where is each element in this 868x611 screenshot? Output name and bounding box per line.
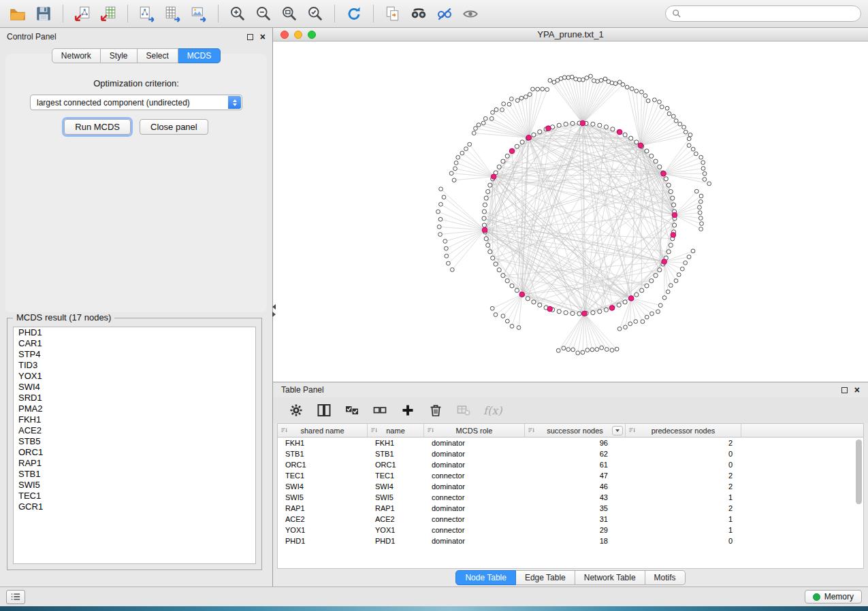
close-mcds-panel-button[interactable]: Close panel (140, 119, 208, 135)
column-header-name[interactable]: name (368, 424, 424, 437)
close-window-button[interactable] (280, 31, 289, 39)
refresh-button[interactable] (343, 3, 365, 24)
mcds-result-node[interactable]: GCR1 (14, 501, 255, 512)
table-panel-float-icon[interactable] (841, 387, 848, 393)
mcds-result-node[interactable]: STP4 (14, 349, 255, 360)
search-box[interactable] (665, 5, 861, 22)
table-row[interactable]: TEC1TEC1connector472 (278, 470, 863, 481)
tab-style[interactable]: Style (101, 48, 138, 63)
hide-details-button[interactable] (434, 3, 455, 24)
table-row[interactable]: YOX1YOX1connector291 (278, 525, 863, 535)
column-header-mcds-role[interactable]: MCDS role (424, 424, 525, 437)
add-entry-button[interactable] (398, 401, 417, 420)
table-row[interactable]: FKH1FKH1dominator962 (278, 437, 863, 448)
toolbar-separator (63, 5, 63, 22)
network-titlebar: YPA_prune.txt_1 (273, 28, 868, 42)
mcds-result-node[interactable]: YOX1 (14, 371, 255, 382)
save-session-button[interactable] (33, 3, 54, 24)
copy-document-button[interactable] (382, 3, 404, 24)
zoom-in-button[interactable] (227, 3, 248, 24)
cell-name: STB1 (368, 450, 424, 458)
mcds-result-node[interactable]: PHD1 (14, 327, 255, 338)
column-header-predecessor-nodes[interactable]: predecessor nodes (626, 424, 741, 437)
deselect-all-button[interactable] (370, 401, 389, 420)
mcds-result-node[interactable]: ACE2 (14, 425, 255, 436)
import-table-button[interactable] (97, 3, 119, 24)
tab-edge-table[interactable]: Edge Table (516, 570, 575, 585)
mcds-result-node[interactable]: STB5 (14, 436, 255, 447)
column-header-shared-name[interactable]: shared name (278, 424, 368, 437)
mcds-result-node[interactable]: CAR1 (14, 338, 255, 349)
table-row[interactable]: STB1STB1dominator620 (278, 448, 863, 459)
mcds-result-node[interactable]: TEC1 (14, 491, 255, 501)
mcds-result-list[interactable]: PHD1CAR1STP4TID3YOX1SWI4SRD1PMA2FKH1ACE2… (13, 327, 256, 564)
control-panel-title: Control Panel (7, 32, 57, 42)
table-scrollbar[interactable] (854, 438, 863, 566)
network-graph[interactable] (273, 42, 867, 382)
table-row[interactable]: ACE2ACE2connector311 (278, 514, 863, 525)
cell-predecessor_nodes: 2 (626, 504, 741, 512)
mcds-result-node[interactable]: SWI4 (14, 382, 255, 393)
table-row[interactable]: RAP1RAP1dominator352 (278, 503, 863, 514)
select-all-button[interactable] (342, 401, 361, 420)
table-row[interactable]: PHD1PHD1dominator180 (278, 535, 863, 546)
zoom-fit-button[interactable] (278, 3, 300, 24)
tab-node-table[interactable]: Node Table (455, 570, 516, 585)
tab-motifs[interactable]: Motifs (645, 570, 686, 585)
cell-successor_nodes: 29 (525, 526, 626, 534)
tab-mcds[interactable]: MCDS (178, 48, 221, 63)
search-input[interactable] (685, 9, 854, 18)
cell-shared_name: SWI4 (278, 482, 368, 491)
maximize-window-button[interactable] (308, 31, 316, 39)
minimize-window-button[interactable] (294, 31, 302, 39)
toolbar-separator (334, 5, 335, 22)
mcds-result-node[interactable]: FKH1 (14, 414, 255, 425)
cell-predecessor_nodes: 1 (626, 526, 741, 534)
status-bar: Memory (0, 587, 868, 606)
delete-entry-icon (428, 402, 444, 418)
control-panel-close-icon[interactable]: × (260, 33, 266, 40)
criterion-select[interactable]: largest connected component (undirected) (30, 95, 242, 110)
mcds-result-node[interactable]: ORC1 (14, 447, 255, 458)
import-network-button[interactable] (71, 3, 93, 24)
table-row[interactable]: ORC1ORC1dominator610 (278, 459, 863, 470)
export-image-button[interactable] (188, 3, 210, 24)
run-mcds-button[interactable]: Run MCDS (64, 119, 131, 135)
mcds-result-node[interactable]: RAP1 (14, 458, 255, 469)
table-row[interactable]: SWI4SWI4dominator462 (278, 481, 863, 492)
cell-mcds_role: dominator (424, 461, 525, 469)
function-builder-button[interactable]: f(x) (482, 401, 503, 420)
mcds-result-node[interactable]: PMA2 (14, 403, 255, 414)
task-history-button[interactable] (6, 590, 25, 604)
tab-network-table[interactable]: Network Table (575, 570, 645, 585)
zoom-selected-button[interactable] (304, 3, 326, 24)
import-disabled-button[interactable] (454, 401, 473, 420)
tab-select[interactable]: Select (138, 48, 178, 63)
show-columns-button[interactable] (315, 401, 334, 420)
network-canvas[interactable] (273, 42, 868, 382)
network-title: YPA_prune.txt_1 (273, 29, 868, 39)
table-settings-button[interactable] (287, 401, 306, 420)
delete-entry-button[interactable] (426, 401, 445, 420)
first-neighbors-button[interactable] (408, 3, 430, 24)
column-dropdown-icon[interactable] (612, 426, 623, 435)
cell-successor_nodes: 96 (525, 439, 626, 447)
mcds-result-node[interactable]: SRD1 (14, 393, 255, 403)
column-header-successor-nodes[interactable]: successor nodes (525, 424, 626, 437)
scrollbar-thumb[interactable] (856, 440, 862, 504)
mcds-result-node[interactable]: SWI5 (14, 480, 255, 491)
table-panel-close-icon[interactable]: × (854, 386, 860, 393)
memory-button[interactable]: Memory (805, 590, 862, 604)
tab-network[interactable]: Network (52, 48, 101, 63)
mcds-result-node[interactable]: STB1 (14, 469, 255, 480)
table-row[interactable]: SWI5SWI5connector431 (278, 492, 863, 503)
export-table-button[interactable] (162, 3, 184, 24)
show-details-button[interactable] (460, 3, 481, 24)
mcds-result-node[interactable]: TID3 (14, 360, 255, 371)
control-panel-float-icon[interactable] (247, 34, 253, 40)
zoom-in-icon (229, 5, 246, 22)
open-session-button[interactable] (7, 3, 29, 24)
panel-collapse-handle[interactable] (272, 304, 276, 317)
zoom-out-button[interactable] (253, 3, 274, 24)
export-network-button[interactable] (136, 3, 158, 24)
